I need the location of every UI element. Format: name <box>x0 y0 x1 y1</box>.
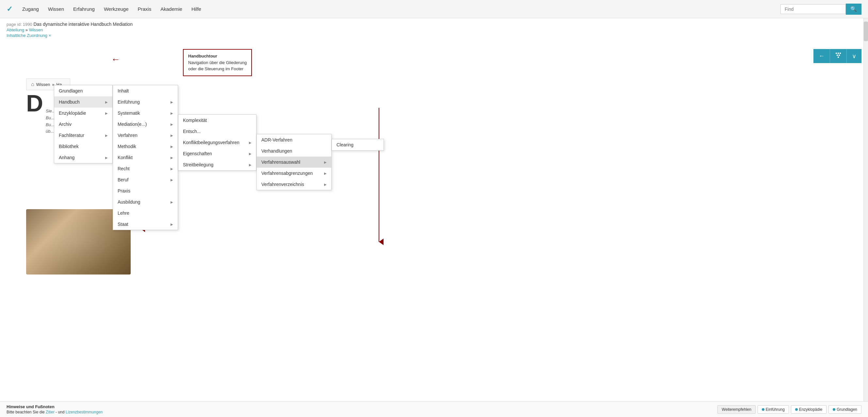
menu-item-verfahrensabgrenzungen[interactable]: Verfahrensabgrenzungen ▶ <box>257 168 331 179</box>
breadcrumb: page id: 1990 Das dynamische interaktive… <box>0 18 868 39</box>
dropdown-level1: Grundlagen Handbuch ▶ Enzyklopädie ▶ Arc… <box>54 85 113 163</box>
breadcrumb-abteilung[interactable]: Abteilung <box>6 27 24 32</box>
menu-item-adr-verfahren[interactable]: ADR-Verfahren <box>257 134 331 145</box>
arrow-left-icon: ← <box>111 54 120 65</box>
menu-item-verfahren[interactable]: Verfahren ▶ <box>113 130 178 141</box>
nav-item-wissen[interactable]: Wissen <box>48 5 64 13</box>
menu-item-verfahrenverzeichnis[interactable]: Verfahrenverzeichnis ▶ <box>257 179 331 190</box>
menu-item-ausbildung[interactable]: Ausbildung ▶ <box>113 197 178 208</box>
menu-item-beruf[interactable]: Beruf ▶ <box>113 174 178 185</box>
breadcrumb-sep: » <box>26 27 29 32</box>
page-id-label: page id: 1990 <box>6 22 32 27</box>
menu-item-entsch[interactable]: Entsch... <box>178 126 256 137</box>
menu-item-konflikt[interactable]: Konflikt ▶ <box>113 152 178 163</box>
menu-item-recht[interactable]: Recht ▶ <box>113 163 178 174</box>
menu-item-handbuch[interactable]: Handbuch ▶ <box>54 96 113 108</box>
menu-item-lehre[interactable]: Lehre <box>113 208 178 219</box>
menu-item-mediation[interactable]: Mediation(e...) ▶ <box>113 119 178 130</box>
nav-item-zugang[interactable]: Zugang <box>22 5 39 13</box>
tree-button[interactable] <box>830 49 847 63</box>
scrollbar[interactable] <box>863 18 868 301</box>
annotation-line1: Navigation über die Gliederung <box>188 60 247 65</box>
menu-item-staat[interactable]: Staat ▶ <box>113 219 178 230</box>
menu-item-inhalt[interactable]: Inhalt <box>113 85 178 96</box>
menu-item-clearing[interactable]: Clearing <box>332 139 383 150</box>
annotation-title: Handbuchtour <box>188 54 217 59</box>
nav-item-erfahrung[interactable]: Erfahrung <box>73 5 95 13</box>
menu-item-komplexitaet[interactable]: Komplexität <box>178 115 256 126</box>
menu-item-bibliothek[interactable]: Bibliothek <box>54 141 113 152</box>
svg-rect-1 <box>838 53 839 54</box>
menu-item-systematik[interactable]: Systematik ▶ <box>113 108 178 119</box>
page-initial: D <box>26 90 43 117</box>
menu-item-praxis[interactable]: Praxis <box>113 185 178 197</box>
svg-rect-3 <box>837 55 838 56</box>
top-navigation: ✓ Zugang Wissen Erfahrung Werkzeuge Prax… <box>0 0 868 18</box>
dropdown-level4: ADR-Verfahren Verhandlungen Verfahrensau… <box>256 134 332 190</box>
secondary-wissen[interactable]: Wissen <box>36 82 50 87</box>
search-input[interactable] <box>780 4 846 14</box>
nav-item-praxis[interactable]: Praxis <box>138 5 152 13</box>
dropdown-level3: Komplexität Entsch... Konfliktbeilegungs… <box>178 114 256 171</box>
scrollbar-thumb[interactable] <box>864 22 868 41</box>
chevron-down-button[interactable]: ∨ <box>847 49 862 63</box>
float-buttons: ← ∨ <box>813 49 862 63</box>
menu-item-konfliktbeilegung[interactable]: Konfliktbeilegungsverfahren ▶ <box>178 137 256 148</box>
nav-items: Zugang Wissen Erfahrung Werkzeuge Praxis… <box>22 5 780 13</box>
search-button[interactable]: 🔍 <box>846 4 862 15</box>
nav-item-akademie[interactable]: Akademie <box>160 5 182 13</box>
menu-item-methodik[interactable]: Methodik ▶ <box>113 141 178 152</box>
page-title: Das dynamische interaktive Handbuch Medi… <box>33 22 133 27</box>
main-content: Handbuchtour Navigation über die Glieder… <box>0 39 868 301</box>
svg-rect-2 <box>840 53 841 54</box>
menu-item-verhandlungen[interactable]: Verhandlungen <box>257 145 331 156</box>
svg-rect-0 <box>836 53 837 54</box>
annotation-box: Handbuchtour Navigation über die Glieder… <box>183 49 252 76</box>
menu-item-streitbeilegung[interactable]: Streitbeilegung ▶ <box>178 159 256 170</box>
nav-item-werkzeuge[interactable]: Werkzeuge <box>104 5 129 13</box>
menu-item-grundlagen[interactable]: Grundlagen <box>54 85 113 96</box>
nav-item-hilfe[interactable]: Hilfe <box>191 5 201 13</box>
menu-item-anhang[interactable]: Anhang ▶ <box>54 152 113 163</box>
svg-rect-5 <box>838 57 839 58</box>
breadcrumb-zuordnung[interactable]: Inhaltliche Zuordnung × <box>6 33 51 38</box>
dropdown-level2: Inhalt Einführung ▶ Systematik ▶ Mediati… <box>113 85 178 230</box>
home-icon: ⌂ <box>31 81 34 87</box>
menu-item-fachliteratur[interactable]: Fachliteratur ▶ <box>54 130 113 141</box>
menu-item-einfuehrung[interactable]: Einführung ▶ <box>113 96 178 108</box>
logo-icon[interactable]: ✓ <box>6 5 12 13</box>
breadcrumb-wissen[interactable]: Wissen <box>29 27 43 32</box>
annotation-line2: oder die Steuerung im Footer <box>188 66 243 71</box>
back-button[interactable]: ← <box>813 49 830 63</box>
menu-item-archiv[interactable]: Archiv <box>54 119 113 130</box>
search-bar: 🔍 <box>780 4 862 15</box>
dropdown-level5: Clearing <box>332 139 384 151</box>
menu-item-enzyklopaedie[interactable]: Enzyklopädie ▶ <box>54 108 113 119</box>
svg-rect-4 <box>839 55 840 56</box>
menu-item-eigenschaften[interactable]: Eigenschaften ▶ <box>178 148 256 159</box>
menu-item-verfahrensauswahl[interactable]: Verfahrensauswahl ▶ <box>257 156 331 168</box>
